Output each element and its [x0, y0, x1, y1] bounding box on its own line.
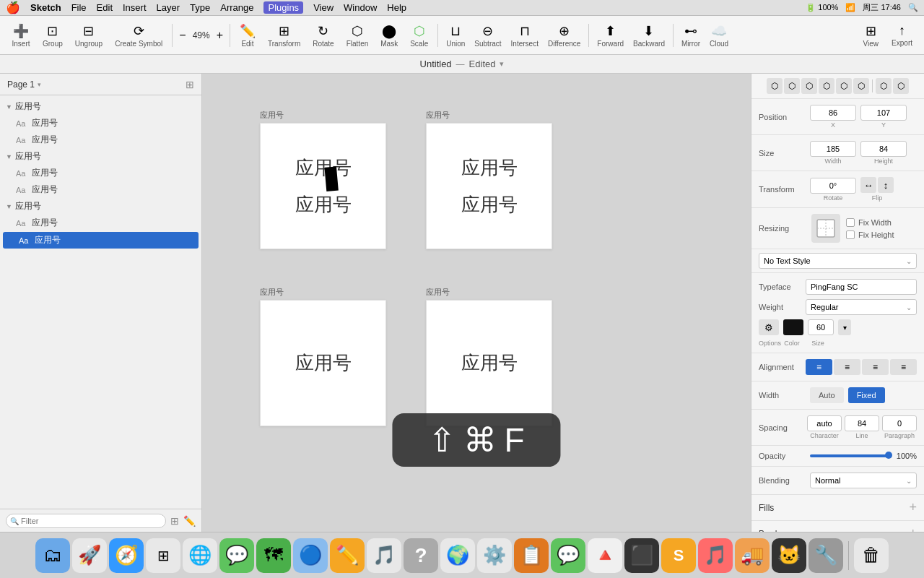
menu-view[interactable]: View [313, 2, 334, 13]
dock-vuejs[interactable]: 🔺 [588, 538, 622, 573]
dock-music[interactable]: 🎵 [367, 538, 401, 573]
align-right-edge-btn[interactable]: ⬡ [801, 78, 817, 94]
fix-width-checkbox[interactable] [846, 218, 855, 227]
flip-vertical-btn[interactable]: ↕ [878, 177, 894, 193]
size-w-input[interactable] [810, 141, 856, 157]
artboard-2[interactable]: 应用号 应用号 [426, 123, 552, 249]
cloud-button[interactable]: ☁️ Cloud [705, 20, 733, 51]
filter-input[interactable] [6, 514, 166, 528]
weight-select[interactable]: Regular ⌄ [806, 299, 917, 315]
dock-sketch2[interactable]: 📋 [514, 538, 549, 573]
dock-messages[interactable]: 💬 [219, 538, 254, 573]
distribute-v-btn[interactable]: ⬡ [893, 78, 909, 94]
dock-launchpad[interactable]: 🚀 [72, 538, 107, 573]
menu-plugins[interactable]: Plugins [263, 1, 303, 14]
align-justify-btn[interactable]: ≡ [890, 359, 917, 375]
artboard-3[interactable]: 应用号 [260, 300, 386, 426]
apple-menu[interactable]: 🍎 [6, 1, 20, 14]
transform-button[interactable]: ⊞ Transform [262, 20, 306, 51]
align-left-btn[interactable]: ≡ [806, 359, 832, 375]
fix-height-checkbox[interactable] [846, 230, 855, 239]
group-button[interactable]: ⊡ Group [37, 20, 69, 51]
align-center-v-btn[interactable]: ⬡ [836, 78, 852, 94]
dock-github[interactable]: 🐱 [772, 538, 806, 573]
tree-item[interactable]: Aa 应用号 [0, 165, 201, 181]
dock-emoji[interactable]: 🌍 [440, 538, 475, 573]
export-button[interactable]: ↑ Export [886, 20, 918, 51]
document-dropdown[interactable]: ▾ [500, 59, 504, 69]
align-top-edge-btn[interactable]: ⬡ [819, 78, 834, 94]
canvas[interactable]: 应用号 应用号 应用号 ▊ 应用号 应用号 应用号 应用号 应用号 应用号 应用… [202, 74, 751, 532]
dock-wechat[interactable]: 💬 [551, 538, 585, 573]
mask-button[interactable]: ⬤ Mask [375, 20, 404, 51]
typeface-select[interactable]: PingFang SC [806, 279, 917, 295]
menu-type[interactable]: Type [190, 2, 210, 13]
menu-edit[interactable]: Edit [97, 2, 113, 13]
align-center-h-btn[interactable]: ⬡ [784, 78, 800, 94]
align-left-edge-btn[interactable]: ⬡ [767, 78, 783, 94]
page-add-icon[interactable]: ⊞ [186, 79, 194, 90]
borders-add-icon[interactable]: + [909, 526, 917, 532]
forward-button[interactable]: ⬆ Forward [593, 20, 628, 51]
flip-horizontal-btn[interactable]: ↔ [860, 177, 876, 193]
menu-help[interactable]: Help [387, 2, 406, 13]
size-h-input[interactable] [860, 141, 907, 157]
scale-button[interactable]: ⬡ Scale [404, 20, 434, 51]
text-style-select[interactable]: No Text Style ⌄ [759, 253, 917, 269]
borders-section-header[interactable]: Borders + [751, 521, 924, 532]
rotate-input[interactable] [810, 178, 856, 194]
dock-app2[interactable]: ⚙️ [477, 538, 512, 573]
dock-safari[interactable]: 🧭 [109, 538, 144, 573]
tree-item[interactable]: Aa 应用号 [0, 115, 201, 131]
tree-group-3-header[interactable]: ▼ 应用号 [0, 198, 201, 215]
width-fixed-btn[interactable]: Fixed [848, 387, 885, 403]
edit-button[interactable]: ✏️ Edit [234, 20, 261, 51]
menu-layer[interactable]: Layer [157, 2, 180, 13]
dock-unknown[interactable]: 🔵 [293, 538, 328, 573]
blending-select[interactable]: Normal ⌄ [810, 473, 917, 488]
text-size-input[interactable] [808, 319, 834, 335]
insert-button[interactable]: ➕ Insert [6, 20, 36, 51]
artboard-1[interactable]: 应用号 应用号 ▊ [260, 123, 386, 249]
opacity-slider[interactable] [810, 454, 889, 457]
tree-item-selected[interactable]: Aa 应用号 [3, 232, 199, 249]
artboard-4[interactable]: 应用号 [426, 300, 552, 426]
zoom-minus[interactable]: − [176, 26, 188, 45]
sidebar-icon1[interactable]: ⊞ [170, 515, 179, 527]
align-center-btn[interactable]: ≡ [834, 359, 860, 375]
zoom-plus[interactable]: + [214, 26, 226, 45]
tree-item[interactable]: Aa 应用号 [0, 181, 201, 198]
create-symbol-button[interactable]: ⟳ Create Symbol [109, 20, 168, 51]
menu-file[interactable]: File [71, 2, 87, 13]
line-spacing-input[interactable] [845, 415, 879, 431]
text-options-btn[interactable]: ⚙ [759, 319, 779, 335]
dock-terminal[interactable]: ⬛ [624, 538, 659, 573]
intersect-button[interactable]: ⊓ Intersect [507, 20, 543, 51]
menu-sketch[interactable]: Sketch [30, 2, 61, 13]
menu-search[interactable]: 🔍 [908, 3, 918, 12]
union-button[interactable]: ⊔ Union [442, 20, 469, 51]
sidebar-icon2[interactable]: ✏️ [183, 515, 196, 527]
fills-add-icon[interactable]: + [909, 500, 917, 515]
text-color-swatch[interactable] [783, 319, 803, 335]
dock-delivery[interactable]: 🚚 [735, 538, 770, 573]
dock-slides[interactable]: S [661, 538, 696, 573]
dock-trash[interactable]: 🗑 [854, 538, 889, 573]
position-x-input[interactable] [810, 105, 856, 121]
dock-itunes[interactable]: 🎵 [698, 538, 733, 573]
align-bottom-edge-btn[interactable]: ⬡ [853, 78, 869, 94]
mirror-button[interactable]: ⊷ Mirror [677, 20, 705, 51]
dock-finder[interactable]: 🗂 [35, 538, 70, 573]
tree-item[interactable]: Aa 应用号 [0, 131, 201, 148]
rotate-button[interactable]: ↻ Rotate [307, 20, 339, 51]
dock-migration[interactable]: 🔧 [808, 538, 843, 573]
dock-apps[interactable]: ⊞ [146, 538, 180, 573]
page-selector[interactable]: Page 1 ▾ ⊞ [0, 74, 201, 95]
flatten-button[interactable]: ⬡ Flatten [341, 20, 375, 51]
tree-group-2-header[interactable]: ▼ 应用号 [0, 148, 201, 165]
width-auto-btn[interactable]: Auto [810, 387, 844, 403]
ungroup-button[interactable]: ⊟ Ungroup [69, 20, 108, 51]
tree-item[interactable]: Aa 应用号 [0, 215, 201, 231]
difference-button[interactable]: ⊕ Difference [544, 20, 585, 51]
distribute-h-btn[interactable]: ⬡ [876, 78, 892, 94]
